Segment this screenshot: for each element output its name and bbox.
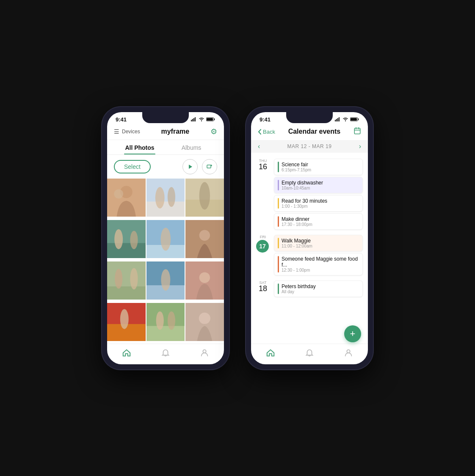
bottom-nav-2 [251,344,368,364]
notch [142,112,189,123]
event-content-3: Read for 30 minutes 1:00 - 1:30pm [282,198,327,209]
slideshow-button[interactable] [182,159,198,174]
photo-2[interactable] [146,179,185,217]
event-walk-maggie[interactable]: Walk Maggie 11:00 - 12:00am [274,235,363,251]
phone2-screen: 9:41 Back Calendar events [251,112,368,364]
phone-screen: 9:41 ☰ Devices myframe ⚙ All Pho [107,112,224,364]
event-content-4: Make dinner 17:30 - 18:00pm [282,216,312,227]
photo-8[interactable] [146,261,185,300]
thu-name: THU [256,159,270,163]
svg-rect-29 [107,261,146,300]
devices-label: Devices [122,129,140,135]
nav-home-2[interactable] [266,348,275,358]
photo-11[interactable] [146,303,185,341]
toolbar-row: Select [107,155,224,179]
svg-rect-41 [146,303,185,341]
person-icon-2 [344,348,353,358]
event-bar-2 [278,180,279,190]
nav-profile-2[interactable] [344,348,353,358]
svg-rect-13 [146,179,185,217]
nav-left[interactable]: ☰ Devices [114,128,140,135]
svg-point-23 [130,231,138,249]
photo-3[interactable] [185,179,224,217]
svg-point-43 [156,311,163,330]
photo-9[interactable] [185,261,224,300]
hamburger-icon[interactable]: ☰ [114,128,119,135]
photo-5-img [146,220,185,259]
photo-9-img [185,261,224,300]
status-icons [191,117,215,121]
svg-rect-54 [354,128,360,134]
nav-profile[interactable] [200,348,209,358]
cal-nav-header: Back Calendar events [251,124,368,140]
svg-rect-45 [185,303,224,341]
svg-rect-5 [207,118,213,121]
back-chevron-icon [258,129,261,135]
signal-icon [191,117,197,121]
phone-photos: 9:41 ☰ Devices myframe ⚙ All Pho [102,107,229,369]
svg-rect-2 [193,118,194,121]
svg-point-15 [155,187,165,208]
event-science-fair[interactable]: Science fair 6:15pm-7:15pm [274,159,363,175]
event-dinner[interactable]: Make dinner 17:30 - 18:00pm [274,213,363,230]
tab-albums[interactable]: Albums [166,140,217,154]
day-fri-17: FRI 17 Walk Maggie 11:00 - 12:00am [251,232,368,278]
status-time-2: 9:41 [260,116,271,123]
photo-6[interactable] [185,220,224,259]
calendar-icon[interactable] [353,127,361,137]
photo-2-img [146,179,185,217]
event-feed-maggie[interactable]: Someone feed Maggie some food f... 12:30… [274,253,363,275]
thu-label: THU 16 [256,159,270,230]
svg-rect-33 [146,261,185,300]
svg-point-12 [114,189,123,198]
photo-10[interactable] [107,303,146,341]
status-time: 9:41 [116,116,127,123]
svg-rect-51 [339,117,340,121]
add-event-fab[interactable]: + [344,325,361,342]
svg-rect-3 [195,117,196,121]
bottom-nav [107,344,224,364]
event-content-2: Empty dishwasher 10am-10:45am [282,180,323,190]
wifi-icon [199,117,204,121]
event-birthday[interactable]: Peters birthday All day [274,281,363,297]
nav-notifications[interactable] [161,348,170,358]
svg-rect-7 [207,165,211,168]
event-read[interactable]: Read for 30 minutes 1:00 - 1:30pm [274,195,363,212]
svg-rect-49 [336,119,337,121]
photo-3-img [185,179,224,217]
nav-notifications-2[interactable] [305,348,314,358]
photo-5[interactable] [146,220,185,259]
bell-icon-2 [305,348,314,358]
back-button[interactable]: Back [258,129,275,135]
prev-week-button[interactable]: ‹ [258,143,260,150]
photo-11-img [146,303,185,341]
svg-point-26 [160,228,171,250]
select-button[interactable]: Select [114,160,151,173]
nav-home[interactable] [122,348,131,358]
add-photo-button[interactable] [202,159,217,174]
svg-rect-18 [185,199,224,217]
home-icon [122,348,131,358]
sat-name: SAT [256,281,270,285]
event-bar-4 [278,216,279,227]
svg-rect-17 [185,179,224,217]
bell-icon [161,348,170,358]
svg-rect-25 [146,245,185,258]
svg-rect-38 [107,303,146,341]
tab-all-photos[interactable]: All Photos [114,140,166,154]
gear-icon[interactable]: ⚙ [210,127,217,136]
event-dishwasher[interactable]: Empty dishwasher 10am-10:45am [274,177,363,193]
calendar-title: Calendar events [288,128,341,135]
photo-7[interactable] [107,261,146,300]
svg-point-19 [199,182,210,209]
photo-4-img [107,220,146,259]
svg-rect-42 [146,326,185,341]
photo-12[interactable] [185,303,224,341]
photo-1[interactable] [107,179,146,217]
photo-4[interactable] [107,220,146,259]
battery-icon-2 [350,117,359,121]
next-week-button[interactable]: › [359,143,361,150]
toolbar-icons [182,159,217,174]
svg-point-47 [203,349,206,352]
person-icon [200,348,209,358]
